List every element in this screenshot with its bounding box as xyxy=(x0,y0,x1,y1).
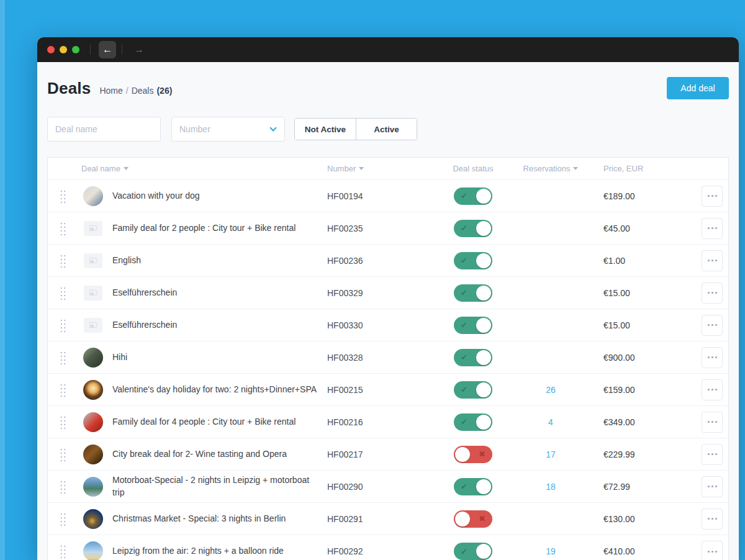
actions-cell xyxy=(693,444,728,465)
deal-status-cell: ✔ ✖ xyxy=(427,446,520,463)
deal-name: Hihi xyxy=(112,351,327,364)
cross-icon: ✖ xyxy=(479,510,485,528)
row-menu-button[interactable] xyxy=(702,541,723,560)
deal-name-filter-input[interactable] xyxy=(47,117,161,142)
ellipsis-icon xyxy=(708,260,710,261)
deal-price: €15.00 xyxy=(582,288,693,298)
row-menu-button[interactable] xyxy=(702,508,723,530)
ellipsis-icon xyxy=(715,356,717,358)
ellipsis-icon xyxy=(715,453,717,455)
drag-dots-icon[interactable] xyxy=(60,512,66,526)
toggle-knob xyxy=(476,544,491,559)
ellipsis-icon xyxy=(708,389,710,391)
deal-name: Valentine's day holiday for two: 2 night… xyxy=(112,384,327,396)
deal-status-toggle[interactable]: ✔ ✖ xyxy=(454,446,492,463)
arrow-right-icon: → xyxy=(134,44,144,55)
not-active-filter-button[interactable]: Not Active xyxy=(295,119,356,140)
deal-status-toggle[interactable]: ✔ ✖ xyxy=(454,317,492,334)
reservations-link[interactable]: 18 xyxy=(546,482,556,492)
row-menu-button[interactable] xyxy=(702,347,723,368)
back-button[interactable]: ← xyxy=(99,41,116,58)
deal-status-toggle[interactable]: ✔ ✖ xyxy=(454,349,492,366)
deal-price: €15.00 xyxy=(582,320,693,330)
deal-status-toggle[interactable]: ✔ ✖ xyxy=(454,543,492,560)
deal-name: Christmas Market - Special: 3 nights in … xyxy=(112,513,327,525)
toggle-knob xyxy=(476,189,491,204)
deal-status-cell: ✔ ✖ xyxy=(427,220,520,237)
caret-down-icon xyxy=(573,167,578,170)
column-header-deal-name[interactable]: Deal name xyxy=(81,164,327,173)
breadcrumb-home-link[interactable]: Home xyxy=(99,86,122,96)
actions-cell xyxy=(693,347,728,368)
ellipsis-icon xyxy=(715,227,717,229)
drag-dots-icon[interactable] xyxy=(60,254,66,268)
drag-dots-icon[interactable] xyxy=(60,222,66,235)
deal-status-toggle[interactable]: ✔ ✖ xyxy=(454,381,492,399)
deal-avatar xyxy=(83,541,103,560)
drag-dots-icon[interactable] xyxy=(60,415,66,429)
ellipsis-icon xyxy=(715,195,717,197)
table-row: City break deal for 2- Wine tasting and … xyxy=(48,438,728,471)
deal-status-toggle[interactable]: ✔ ✖ xyxy=(454,413,492,431)
reservations-link[interactable]: 17 xyxy=(546,449,556,459)
deal-name: Leipzig from the air: 2 nights + a ballo… xyxy=(112,545,327,558)
column-header-number[interactable]: Number xyxy=(327,164,427,173)
row-menu-button[interactable] xyxy=(702,282,723,304)
ellipsis-icon xyxy=(715,518,717,520)
deal-status-toggle[interactable]: ✔ ✖ xyxy=(454,187,492,205)
row-menu-button[interactable] xyxy=(702,250,723,271)
deal-status-toggle[interactable]: ✔ ✖ xyxy=(454,510,492,528)
drag-dots-icon[interactable] xyxy=(60,318,66,332)
table-row: Valentine's day holiday for two: 2 night… xyxy=(48,374,728,406)
window-zoom-icon[interactable] xyxy=(72,46,79,53)
row-menu-button[interactable] xyxy=(702,186,723,207)
drag-dots-icon[interactable] xyxy=(60,448,66,461)
ellipsis-icon xyxy=(708,518,710,520)
active-filter-button[interactable]: Active xyxy=(356,119,417,140)
window-close-icon[interactable] xyxy=(47,46,55,53)
deal-name: English xyxy=(112,255,327,267)
forward-button[interactable]: → xyxy=(130,41,148,58)
deal-status-toggle[interactable]: ✔ ✖ xyxy=(454,478,492,495)
row-menu-button[interactable] xyxy=(702,315,723,336)
row-menu-button[interactable] xyxy=(702,476,723,497)
drag-dots-icon[interactable] xyxy=(60,351,66,364)
table-header-row: Deal name Number Deal status Reservation… xyxy=(48,158,728,180)
drag-dots-icon[interactable] xyxy=(60,544,66,558)
number-filter-select[interactable]: Number xyxy=(171,117,285,142)
toggle-knob xyxy=(476,253,491,268)
actions-cell xyxy=(693,186,728,207)
reservations-link[interactable]: 4 xyxy=(548,417,553,427)
deal-status-toggle[interactable]: ✔ ✖ xyxy=(454,284,492,302)
table-row: Vacation with your dog HF00194 ✔ ✖ €189.… xyxy=(48,180,728,212)
deal-status-toggle[interactable]: ✔ ✖ xyxy=(454,220,492,237)
drag-dots-icon[interactable] xyxy=(60,286,66,300)
row-menu-button[interactable] xyxy=(702,379,723,400)
toggle-knob xyxy=(476,286,491,300)
deal-number: HF00235 xyxy=(327,224,427,233)
deal-number: HF00194 xyxy=(327,191,427,201)
row-menu-button[interactable] xyxy=(702,412,723,433)
deal-number: HF00292 xyxy=(327,546,427,556)
column-header-reservations[interactable]: Reservations xyxy=(520,164,582,173)
add-deal-button[interactable]: Add deal xyxy=(667,77,729,99)
ellipsis-icon xyxy=(715,421,717,423)
check-icon: ✔ xyxy=(461,413,467,431)
deal-name: Vacation with your dog xyxy=(112,190,327,202)
reservations-link[interactable]: 26 xyxy=(546,385,556,395)
left-edge-strip xyxy=(0,0,5,560)
ellipsis-icon xyxy=(711,356,713,358)
reservations-link[interactable]: 19 xyxy=(546,546,556,556)
row-menu-button[interactable] xyxy=(702,444,723,465)
drag-dots-icon[interactable] xyxy=(60,383,66,397)
status-filter-group: Not Active Active xyxy=(294,118,417,140)
drag-dots-icon[interactable] xyxy=(60,189,66,203)
page-title: Deals xyxy=(47,79,91,98)
check-icon: ✔ xyxy=(461,252,467,269)
deal-status-toggle[interactable]: ✔ ✖ xyxy=(454,252,492,269)
titlebar-divider xyxy=(90,45,91,55)
actions-cell xyxy=(693,218,728,239)
window-minimize-icon[interactable] xyxy=(60,46,67,53)
drag-dots-icon[interactable] xyxy=(60,480,66,494)
row-menu-button[interactable] xyxy=(702,218,723,239)
